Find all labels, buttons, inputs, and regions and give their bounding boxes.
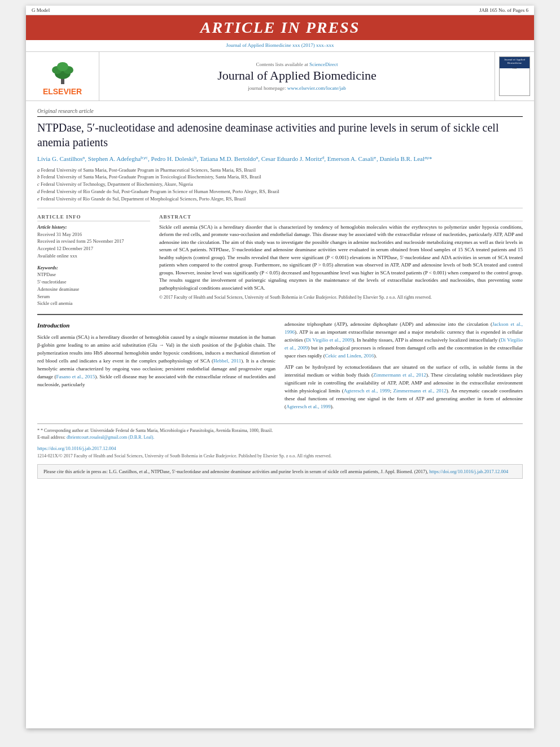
sciencedirect-link[interactable]: ScienceDirect (309, 62, 338, 67)
affiliation-d: d Federal University of Rio Grande do Su… (37, 189, 523, 195)
elsevier-text: ELSEVIER (43, 87, 82, 96)
body-section: Introduction Sickle cell anemia (SCA) is… (37, 314, 523, 414)
article-in-press-text: ARTICLE IN PRESS (200, 19, 360, 36)
aff-text-d: Federal University of Rio Grande do Sul,… (41, 189, 279, 194)
article-type: Original research article (37, 103, 523, 117)
homepage-url[interactable]: www.elsevier.com/locate/jab (287, 85, 346, 91)
keyword-5: Sickle cell anemia (37, 300, 150, 307)
cite-doi-link[interactable]: https://doi.org/10.1016/j.jab.2017.12.00… (430, 469, 509, 474)
contents-label: Contents lists available at (256, 62, 308, 67)
affiliation-b: b Federal University of Santa Maria, Pos… (37, 174, 523, 181)
thumb-top: Journal of Applied Biomedicine (500, 57, 530, 66)
body-two-col: Introduction Sickle cell anemia (SCA) is… (37, 321, 523, 414)
journal-title-main: Journal of Applied Biomedicine (111, 68, 483, 83)
ref-agteresch2[interactable]: Agteresch et al., 1999 (286, 404, 331, 409)
accepted-date: Accepted 12 December 2017 (37, 245, 150, 252)
keywords-heading: Keywords: (37, 264, 150, 272)
aff-text-e: Federal University of Rio Grande do Sul,… (41, 196, 246, 202)
affiliation-c: c Federal University of Technology, Depa… (37, 181, 523, 188)
journal-name-top: Journal of Applied Biomedicine xxx (2017… (26, 40, 534, 49)
homepage-label: journal homepage: (248, 85, 286, 91)
cite-label: Please cite this article in press as: (43, 469, 108, 474)
intro-para3: ATP can be hydrolyzed by ectonucleotidas… (285, 364, 523, 411)
ref-fasano[interactable]: Fasano et al., 2015 (56, 374, 95, 379)
doi-url[interactable]: https://doi.org/10.1016/j.jab.2017.12.00… (37, 445, 523, 451)
article-content: Original research article NTPDase, 5′-nu… (26, 103, 534, 479)
affiliation-a: a Federal University of Santa Maria, Pos… (37, 167, 523, 174)
article-in-press-banner: ARTICLE IN PRESS (26, 15, 534, 40)
keyword-3: Adenosine deaminase (37, 286, 150, 293)
ref-agteresch1[interactable]: Agteresch et al., 1999 (344, 388, 390, 394)
ref-hebbel[interactable]: Hebbel, 2011 (213, 358, 241, 364)
footnote-email: E-mail address: dbrientcourt.rosaleal@gm… (37, 434, 523, 441)
affiliation-e: e Federal University of Rio Grande do Su… (37, 196, 523, 203)
col-article-info: ARTICLE INFO Article history: Received 3… (37, 214, 150, 307)
journal-center: Contents lists available at ScienceDirec… (99, 52, 495, 101)
two-col-info-abstract: ARTICLE INFO Article history: Received 3… (37, 214, 523, 307)
elsevier-logo: ELSEVIER (43, 56, 82, 96)
article-info-heading: ARTICLE INFO (37, 214, 150, 221)
intro-para1: Sickle cell anemia (SCA) is a hereditary… (37, 334, 275, 389)
logo-area: ELSEVIER (26, 52, 99, 101)
journal-cover-thumbnail: Journal of Applied Biomedicine JAB (499, 56, 530, 96)
journal-thumbnail: Journal of Applied Biomedicine JAB (495, 52, 534, 101)
footnote-corresponding: * * Corresponding author at: Universidad… (37, 427, 523, 434)
received-revised-date: Received in revised form 25 November 201… (37, 238, 150, 245)
page: G Model JAB 165 No. of Pages 6 ARTICLE I… (26, 6, 534, 728)
elsevier-tree-icon (46, 58, 80, 86)
keywords-block: Keywords: NTPDase 5′-nucleotidase Adenos… (37, 264, 150, 308)
footnote-area: * * Corresponding author at: Universidad… (37, 423, 523, 441)
aff-text-b: Federal University of Santa Maria, Post-… (41, 174, 261, 180)
ref-divirgilio1[interactable]: Di Virgilio et al., 2009 (306, 337, 352, 343)
keyword-1: NTPDase (37, 271, 150, 278)
footnote-text: * Corresponding author at: Universidade … (41, 428, 273, 433)
intro-para2: adenosine triphosphate (ATP), adenosine … (285, 321, 523, 360)
bottom-copyright: 1214-021X/© 2017 Faculty of Health and S… (37, 453, 523, 458)
ref-jackson[interactable]: Jackson et al., 1996 (285, 321, 523, 335)
col-abstract: ABSTRACT Sickle cell anemia (SCA) is a h… (159, 214, 523, 307)
journal-homepage: journal homepage: www.elsevier.com/locat… (111, 85, 483, 91)
authors: Lívia G. Castilhosᵃ, Stephen A. Adefegha… (37, 154, 523, 164)
g-model-bar: G Model JAB 165 No. of Pages 6 (26, 6, 534, 15)
body-col-left: Introduction Sickle cell anemia (SCA) is… (37, 321, 275, 414)
received-date: Received 31 May 2016 (37, 231, 150, 238)
ref-zimmermann1[interactable]: Zimmermann et al., 2012 (373, 372, 426, 378)
g-model-label: G Model (32, 7, 50, 13)
cite-box: Please cite this article in press as: L.… (37, 464, 523, 479)
intro-title: Introduction (37, 321, 275, 330)
affiliations: a Federal University of Santa Maria, Pos… (37, 167, 523, 208)
aff-text-c: Federal University of Technology, Depart… (41, 181, 193, 187)
thumb-body: JAB (511, 66, 518, 71)
body-col-right: adenosine triphosphate (ATP), adenosine … (285, 321, 523, 414)
history-heading: Article history: (37, 224, 150, 231)
abstract-text: Sickle cell anemia (SCA) is a hereditary… (159, 224, 523, 302)
article-title: NTPDase, 5′-nucleotidase and adenosine d… (37, 120, 523, 150)
article-info-block: Article history: Received 31 May 2016 Re… (37, 224, 150, 260)
available-date: Available online xxx (37, 252, 150, 260)
email-value[interactable]: dbrientcourt.rosaleal@gmail.com (D.B.R. … (67, 435, 154, 440)
email-label: E-mail address: (37, 435, 65, 440)
abstract-paragraph: Sickle cell anemia (SCA) is a hereditary… (159, 224, 523, 292)
aff-text-a: Federal University of Santa Maria, Post-… (41, 167, 256, 173)
journal-code: JAB 165 No. of Pages 6 (479, 7, 528, 13)
svg-point-4 (57, 62, 68, 71)
ref-cekic[interactable]: Cekic and Linden, 2016 (325, 353, 374, 359)
and-text: and (415, 321, 423, 327)
journal-name-top-text: Journal of Applied Biomedicine xxx (2017… (226, 42, 334, 48)
contents-line: Contents lists available at ScienceDirec… (111, 62, 483, 67)
main-header: ELSEVIER Contents lists available at Sci… (26, 51, 534, 101)
keyword-4: Serum (37, 293, 150, 300)
abstract-heading: ABSTRACT (159, 214, 523, 221)
ref-zimmermann2[interactable]: Zimmermann et al., 2012 (393, 388, 446, 394)
keyword-2: 5′-nucleotidase (37, 278, 150, 286)
abstract-copyright: © 2017 Faculty of Health and Social Scie… (159, 294, 523, 301)
cite-citation: L.G. Castilhos, et al., NTPDase, 5′-nucl… (109, 469, 428, 474)
